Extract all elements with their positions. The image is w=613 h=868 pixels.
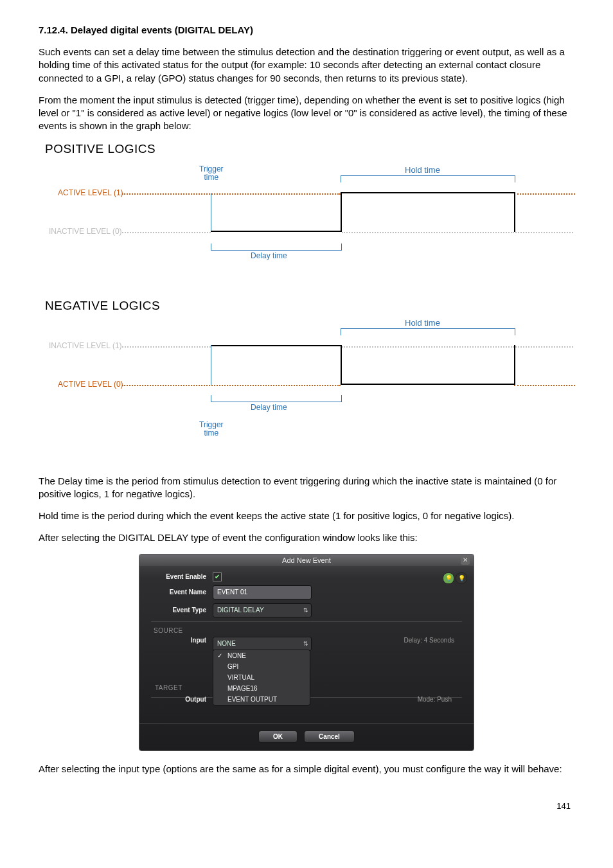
hold-time-label: Hold time (405, 318, 440, 328)
dotted-line (342, 232, 514, 233)
dropdown-item-mpage16[interactable]: MPAGE16 (213, 683, 310, 694)
dotted-line (122, 232, 211, 233)
dotted-line (122, 346, 211, 348)
inactive-level-label: INACTIVE LEVEL (1) (49, 341, 122, 350)
solid-line (341, 192, 514, 193)
solid-line (211, 231, 341, 232)
mode-text: Mode: Push (418, 696, 459, 703)
close-icon[interactable]: ✕ (461, 556, 470, 565)
trigger-arrow (211, 345, 211, 385)
event-enable-label: Event Enable (151, 573, 213, 580)
trigger-arrow (211, 193, 211, 231)
bulb-icon[interactable]: 💡 (443, 572, 454, 584)
vertical-line (514, 192, 515, 232)
dialog-title-text: Add New Event (282, 556, 331, 564)
positive-logics-diagram: POSITIVE LOGICS Trigger time Hold time A… (45, 142, 574, 290)
vertical-line (341, 192, 342, 232)
event-enable-checkbox[interactable]: ✔ (213, 572, 222, 581)
active-level-label: ACTIVE LEVEL (0) (58, 380, 123, 389)
chevron-updown-icon: ⇅ (303, 605, 308, 616)
event-name-label: Event Name (151, 589, 213, 596)
source-section-label: SOURCE (154, 627, 462, 634)
dialog-title-bar: Add New Event ✕ (139, 554, 474, 566)
event-name-field[interactable]: EVENT 01 (213, 585, 312, 599)
paragraph-5: After selecting the input type (options … (39, 763, 574, 775)
dotted-line (342, 346, 514, 348)
delay-text: Delay: 4 Seconds (404, 637, 462, 644)
hold-bracket (341, 175, 515, 182)
event-type-select[interactable]: DIGITAL DELAY⇅ (213, 603, 312, 617)
delay-bracket (211, 395, 342, 402)
add-new-event-dialog: Add New Event ✕ 💡 💡 Event Enable ✔ Event… (139, 554, 474, 751)
negative-logics-title: NEGATIVE LOGICS (45, 299, 574, 313)
positive-logics-title: POSITIVE LOGICS (45, 142, 574, 156)
active-level-label: ACTIVE LEVEL (1) (58, 188, 123, 197)
paragraph-2: From the moment the input stimulus is de… (39, 94, 574, 133)
section-heading: 7.12.4. Delayed digital events (DIGITAL … (39, 24, 574, 35)
dotted-line (515, 346, 573, 348)
inactive-level-label: INACTIVE LEVEL (0) (49, 227, 122, 236)
input-label: Input (151, 637, 213, 644)
dotted-line (122, 193, 341, 195)
paragraph-3b: Hold time is the period during which the… (39, 509, 574, 522)
dotted-line (515, 232, 573, 233)
dropdown-item-event-output[interactable]: EVENT OUTPUT (213, 694, 310, 705)
input-dropdown-menu: NONE GPI VIRTUAL MPAGE16 EVENT OUTPUT (213, 650, 310, 705)
delay-bracket (211, 244, 342, 251)
dropdown-item-none[interactable]: NONE (213, 650, 310, 661)
trigger-time-label: Trigger time (199, 421, 224, 438)
delay-time-label: Delay time (251, 403, 287, 412)
output-label: Output (151, 696, 213, 703)
negative-logics-diagram: NEGATIVE LOGICS Hold time INACTIVE LEVEL… (45, 299, 574, 466)
page-number: 141 (39, 801, 574, 811)
paragraph-1: Such events can set a delay time between… (39, 46, 574, 85)
solid-line (341, 384, 514, 385)
chevron-updown-icon: ⇅ (303, 639, 308, 649)
ok-button[interactable]: OK (258, 731, 298, 743)
trigger-time-label: Trigger time (199, 165, 224, 182)
dotted-line (122, 385, 341, 386)
vertical-line (341, 345, 342, 385)
vertical-line (514, 345, 515, 385)
input-select[interactable]: NONE⇅ (213, 637, 312, 651)
solid-line (211, 345, 341, 346)
dropdown-item-gpi[interactable]: GPI (213, 661, 310, 672)
dotted-line (514, 385, 575, 386)
dropdown-item-virtual[interactable]: VIRTUAL (213, 672, 310, 683)
dotted-line (514, 193, 575, 195)
hold-time-label: Hold time (405, 165, 440, 175)
hold-bracket (341, 328, 515, 335)
cancel-button[interactable]: Cancel (304, 731, 355, 743)
paragraph-4: After selecting the DIGITAL DELAY type o… (39, 531, 574, 544)
paragraph-3a: The Delay time is the period from stimul… (39, 475, 574, 501)
delay-time-label: Delay time (251, 251, 287, 260)
target-section-label: TARGET (155, 684, 182, 691)
event-type-label: Event Type (151, 607, 213, 614)
bulb-icon[interactable]: 💡 (456, 572, 467, 584)
